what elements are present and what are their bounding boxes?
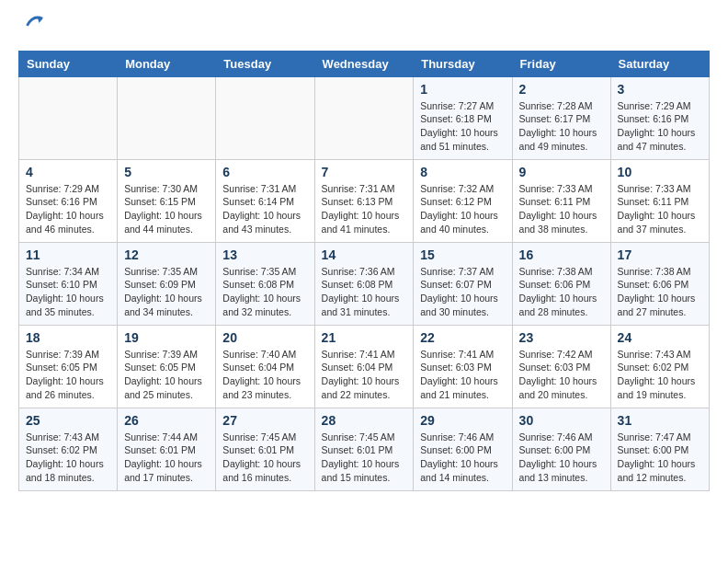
day-number: 5	[124, 165, 209, 179]
day-number: 16	[519, 247, 604, 262]
day-number: 12	[124, 247, 209, 262]
calendar-cell: 23Sunrise: 7:42 AM Sunset: 6:03 PM Dayli…	[512, 325, 610, 408]
calendar-cell: 7Sunrise: 7:31 AM Sunset: 6:13 PM Daylig…	[314, 159, 414, 242]
calendar-cell: 1Sunrise: 7:27 AM Sunset: 6:18 PM Daylig…	[414, 76, 512, 159]
day-info: Sunrise: 7:33 AM Sunset: 6:11 PM Dayligh…	[618, 182, 702, 236]
calendar-cell: 16Sunrise: 7:38 AM Sunset: 6:06 PM Dayli…	[512, 242, 610, 325]
day-info: Sunrise: 7:29 AM Sunset: 6:16 PM Dayligh…	[26, 182, 110, 236]
header-day-tuesday: Tuesday	[216, 51, 314, 76]
day-info: Sunrise: 7:29 AM Sunset: 6:16 PM Dayligh…	[618, 99, 702, 154]
week-row-3: 11Sunrise: 7:34 AM Sunset: 6:10 PM Dayli…	[19, 242, 710, 325]
day-number: 26	[124, 413, 209, 428]
day-info: Sunrise: 7:31 AM Sunset: 6:14 PM Dayligh…	[222, 182, 307, 236]
header-day-thursday: Thursday	[414, 51, 512, 76]
day-info: Sunrise: 7:45 AM Sunset: 6:01 PM Dayligh…	[222, 431, 307, 485]
calendar-cell: 10Sunrise: 7:33 AM Sunset: 6:11 PM Dayli…	[610, 159, 709, 242]
calendar-cell: 6Sunrise: 7:31 AM Sunset: 6:14 PM Daylig…	[216, 159, 314, 242]
day-info: Sunrise: 7:31 AM Sunset: 6:13 PM Dayligh…	[322, 182, 407, 236]
day-info: Sunrise: 7:47 AM Sunset: 6:00 PM Dayligh…	[618, 431, 702, 485]
calendar-table: SundayMondayTuesdayWednesdayThursdayFrid…	[18, 51, 710, 491]
calendar-cell: 2Sunrise: 7:28 AM Sunset: 6:17 PM Daylig…	[512, 76, 610, 159]
day-info: Sunrise: 7:27 AM Sunset: 6:18 PM Dayligh…	[420, 99, 505, 154]
day-info: Sunrise: 7:42 AM Sunset: 6:03 PM Dayligh…	[519, 348, 604, 402]
day-info: Sunrise: 7:39 AM Sunset: 6:05 PM Dayligh…	[26, 348, 110, 402]
day-number: 31	[618, 413, 702, 428]
day-number: 29	[420, 413, 505, 428]
day-number: 21	[322, 330, 407, 345]
day-info: Sunrise: 7:41 AM Sunset: 6:03 PM Dayligh…	[420, 348, 505, 402]
calendar-cell: 5Sunrise: 7:30 AM Sunset: 6:15 PM Daylig…	[118, 159, 216, 242]
calendar-cell: 19Sunrise: 7:39 AM Sunset: 6:05 PM Dayli…	[118, 325, 216, 408]
week-row-1: 1Sunrise: 7:27 AM Sunset: 6:18 PM Daylig…	[19, 76, 710, 159]
day-number: 20	[222, 330, 307, 345]
header-day-friday: Friday	[512, 51, 610, 76]
calendar-cell: 4Sunrise: 7:29 AM Sunset: 6:16 PM Daylig…	[19, 159, 118, 242]
day-info: Sunrise: 7:35 AM Sunset: 6:09 PM Dayligh…	[124, 265, 209, 319]
calendar-cell	[216, 76, 314, 159]
day-info: Sunrise: 7:38 AM Sunset: 6:06 PM Dayligh…	[519, 265, 604, 319]
logo-icon	[20, 10, 46, 36]
header-day-wednesday: Wednesday	[314, 51, 414, 76]
calendar-cell: 27Sunrise: 7:45 AM Sunset: 6:01 PM Dayli…	[216, 408, 314, 490]
calendar-cell: 28Sunrise: 7:45 AM Sunset: 6:01 PM Dayli…	[314, 408, 414, 490]
day-info: Sunrise: 7:32 AM Sunset: 6:12 PM Dayligh…	[420, 182, 505, 236]
week-row-4: 18Sunrise: 7:39 AM Sunset: 6:05 PM Dayli…	[19, 325, 710, 408]
calendar-cell: 29Sunrise: 7:46 AM Sunset: 6:00 PM Dayli…	[414, 408, 512, 490]
day-number: 13	[222, 247, 307, 262]
top-bar	[18, 18, 710, 41]
day-number: 15	[420, 247, 505, 262]
logo	[18, 18, 46, 37]
day-info: Sunrise: 7:35 AM Sunset: 6:08 PM Dayligh…	[222, 265, 307, 319]
day-number: 27	[222, 413, 307, 428]
day-number: 3	[618, 82, 702, 97]
day-number: 14	[322, 247, 407, 262]
calendar-cell: 31Sunrise: 7:47 AM Sunset: 6:00 PM Dayli…	[610, 408, 709, 490]
week-row-5: 25Sunrise: 7:43 AM Sunset: 6:02 PM Dayli…	[19, 408, 710, 490]
calendar-cell: 3Sunrise: 7:29 AM Sunset: 6:16 PM Daylig…	[610, 76, 709, 159]
header-day-sunday: Sunday	[19, 51, 118, 76]
day-number: 30	[519, 413, 604, 428]
header-day-saturday: Saturday	[610, 51, 709, 76]
day-info: Sunrise: 7:34 AM Sunset: 6:10 PM Dayligh…	[26, 265, 110, 319]
day-number: 11	[26, 247, 110, 262]
calendar-cell: 30Sunrise: 7:46 AM Sunset: 6:00 PM Dayli…	[512, 408, 610, 490]
day-number: 9	[519, 165, 604, 179]
day-info: Sunrise: 7:39 AM Sunset: 6:05 PM Dayligh…	[124, 348, 209, 402]
day-info: Sunrise: 7:46 AM Sunset: 6:00 PM Dayligh…	[420, 431, 505, 485]
day-number: 19	[124, 330, 209, 345]
day-number: 17	[618, 247, 702, 262]
day-number: 1	[420, 82, 505, 97]
calendar-cell: 13Sunrise: 7:35 AM Sunset: 6:08 PM Dayli…	[216, 242, 314, 325]
header-day-monday: Monday	[118, 51, 216, 76]
calendar-cell: 9Sunrise: 7:33 AM Sunset: 6:11 PM Daylig…	[512, 159, 610, 242]
day-info: Sunrise: 7:43 AM Sunset: 6:02 PM Dayligh…	[26, 431, 110, 485]
day-number: 2	[519, 82, 604, 97]
day-info: Sunrise: 7:40 AM Sunset: 6:04 PM Dayligh…	[222, 348, 307, 402]
day-number: 18	[26, 330, 110, 345]
day-number: 23	[519, 330, 604, 345]
day-info: Sunrise: 7:36 AM Sunset: 6:08 PM Dayligh…	[322, 265, 407, 319]
day-info: Sunrise: 7:41 AM Sunset: 6:04 PM Dayligh…	[322, 348, 407, 402]
header-row: SundayMondayTuesdayWednesdayThursdayFrid…	[19, 51, 710, 76]
day-number: 4	[26, 165, 110, 179]
day-number: 6	[222, 165, 307, 179]
calendar-cell: 8Sunrise: 7:32 AM Sunset: 6:12 PM Daylig…	[414, 159, 512, 242]
calendar-cell	[19, 76, 118, 159]
day-info: Sunrise: 7:38 AM Sunset: 6:06 PM Dayligh…	[618, 265, 702, 319]
calendar-cell: 11Sunrise: 7:34 AM Sunset: 6:10 PM Dayli…	[19, 242, 118, 325]
day-number: 25	[26, 413, 110, 428]
day-info: Sunrise: 7:44 AM Sunset: 6:01 PM Dayligh…	[124, 431, 209, 485]
calendar-cell: 25Sunrise: 7:43 AM Sunset: 6:02 PM Dayli…	[19, 408, 118, 490]
day-info: Sunrise: 7:37 AM Sunset: 6:07 PM Dayligh…	[420, 265, 505, 319]
calendar-cell: 20Sunrise: 7:40 AM Sunset: 6:04 PM Dayli…	[216, 325, 314, 408]
day-number: 8	[420, 165, 505, 179]
calendar-cell: 18Sunrise: 7:39 AM Sunset: 6:05 PM Dayli…	[19, 325, 118, 408]
calendar-cell: 17Sunrise: 7:38 AM Sunset: 6:06 PM Dayli…	[610, 242, 709, 325]
day-info: Sunrise: 7:43 AM Sunset: 6:02 PM Dayligh…	[618, 348, 702, 402]
calendar-cell: 15Sunrise: 7:37 AM Sunset: 6:07 PM Dayli…	[414, 242, 512, 325]
calendar-cell: 14Sunrise: 7:36 AM Sunset: 6:08 PM Dayli…	[314, 242, 414, 325]
calendar-cell: 24Sunrise: 7:43 AM Sunset: 6:02 PM Dayli…	[610, 325, 709, 408]
day-info: Sunrise: 7:28 AM Sunset: 6:17 PM Dayligh…	[519, 99, 604, 154]
calendar-cell	[314, 76, 414, 159]
day-info: Sunrise: 7:33 AM Sunset: 6:11 PM Dayligh…	[519, 182, 604, 236]
